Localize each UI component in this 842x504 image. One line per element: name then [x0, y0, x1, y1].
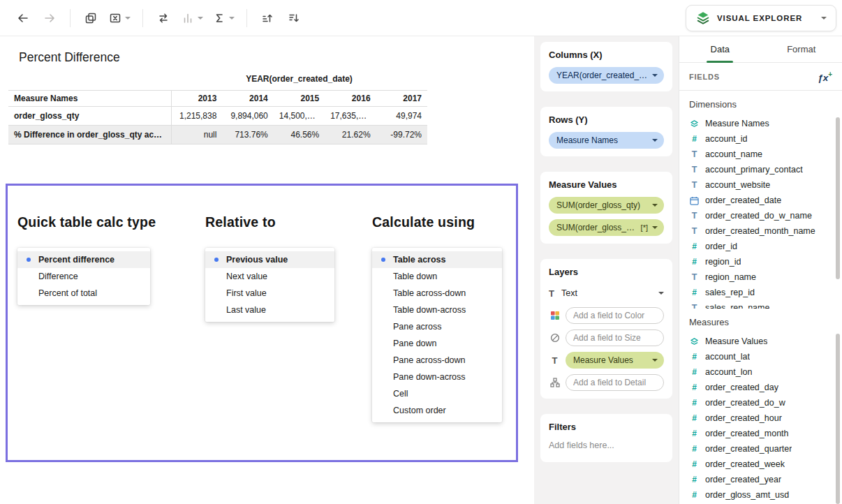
field-item[interactable]: Taccount_website: [689, 177, 832, 193]
tab-data[interactable]: Data: [679, 36, 761, 62]
filters-drop-zone[interactable]: Add fields here...: [549, 439, 664, 454]
visual-explorer-logo-icon: [695, 10, 711, 26]
field-pill[interactable]: SUM(order_gloss_qty)[*]: [549, 219, 664, 236]
field-pill[interactable]: Measure Names: [549, 132, 664, 149]
calc-option[interactable]: Custom order: [372, 402, 502, 419]
column-header-year[interactable]: 2015: [274, 91, 325, 107]
field-item[interactable]: #order_created_month: [689, 426, 832, 441]
calc-option[interactable]: Next value: [205, 268, 334, 285]
color-drop-zone[interactable]: Add a field to Color: [566, 307, 664, 324]
calc-group-title: Quick table calc type: [17, 214, 205, 230]
create-formula-icon[interactable]: ƒx+: [818, 71, 832, 83]
field-field-icon: [689, 337, 700, 346]
column-header-year[interactable]: 2013: [171, 91, 222, 107]
field-item[interactable]: #order_created_year: [689, 472, 832, 487]
column-header-year[interactable]: 2014: [222, 91, 273, 107]
calc-option[interactable]: Table across-down: [372, 285, 502, 302]
swap-axes-button[interactable]: [152, 6, 175, 30]
field-item[interactable]: #order_created_do_w: [689, 395, 832, 410]
app-badge-label: VISUAL EXPLORER: [717, 14, 802, 22]
field-item[interactable]: Torder_created_month_name: [689, 223, 832, 239]
field-item[interactable]: #sales_rep_id: [689, 285, 832, 300]
calc-group: Quick table calc typePercent differenceD…: [17, 214, 205, 422]
sort-ascending-button[interactable]: [256, 6, 279, 30]
layer-type-selector[interactable]: T Text: [549, 284, 664, 302]
field-item[interactable]: Torder_created_do_w_name: [689, 208, 832, 223]
calc-option[interactable]: Table down: [372, 268, 502, 285]
toolbar-separator: [246, 9, 247, 27]
calc-option[interactable]: Difference: [17, 268, 150, 285]
app-switcher[interactable]: VISUAL EXPLORER: [686, 5, 836, 31]
field-item[interactable]: #order_created_day: [689, 380, 832, 395]
sort-descending-icon: [288, 12, 300, 24]
calc-group-title: Calculate using: [372, 214, 516, 230]
calc-option[interactable]: Table down-across: [372, 302, 502, 318]
field-item[interactable]: Measure Values: [689, 334, 832, 349]
calc-option[interactable]: Pane down: [372, 335, 502, 352]
fields-label: FIELDS: [689, 73, 720, 81]
field-item[interactable]: Measure Names: [689, 116, 832, 131]
table-cell[interactable]: 9,894,060: [222, 107, 273, 126]
detail-drop-zone[interactable]: Add a field to Detail: [566, 374, 664, 391]
field-item[interactable]: Tsales_rep_name: [689, 300, 832, 309]
field-pill[interactable]: Measure Values: [566, 352, 664, 369]
table-cell[interactable]: 21.62%: [325, 126, 376, 144]
field-item[interactable]: #order_id: [689, 239, 832, 254]
field-item[interactable]: #account_id: [689, 131, 832, 147]
clear-visualization-button[interactable]: [105, 6, 134, 30]
field-item[interactable]: #order_gloss_amt_usd: [689, 487, 832, 503]
field-pill[interactable]: SUM(order_gloss_qty): [549, 197, 664, 214]
calc-option[interactable]: Percent difference: [17, 251, 150, 268]
field-name: order_gloss_amt_usd: [705, 490, 789, 500]
table-cell[interactable]: null: [171, 126, 222, 144]
column-header-year[interactable]: 2016: [325, 91, 376, 107]
table-cell[interactable]: 17,635,243: [325, 107, 376, 126]
field-item[interactable]: Taccount_name: [689, 147, 832, 162]
field-item[interactable]: #order_created_hour: [689, 410, 832, 426]
table-cell[interactable]: 1,215,838: [171, 107, 222, 126]
calc-option[interactable]: Percent of total: [17, 285, 150, 302]
columns-shelf-pills: YEAR(order_created_date): [549, 67, 664, 84]
table-cell[interactable]: -99.72%: [376, 126, 427, 144]
aggregate-button[interactable]: [209, 6, 238, 30]
field-item[interactable]: #order_created_quarter: [689, 441, 832, 457]
calc-listbox: Percent differenceDifferencePercent of t…: [17, 248, 150, 305]
size-drop-zone[interactable]: Add a field to Size: [566, 329, 664, 346]
table-cell[interactable]: 713.76%: [222, 126, 273, 144]
calc-option[interactable]: Pane down-across: [372, 369, 502, 385]
date-field-icon: [689, 196, 700, 205]
chart-type-button[interactable]: [178, 6, 207, 30]
calc-option[interactable]: Last value: [205, 302, 334, 318]
sort-descending-button[interactable]: [282, 6, 306, 30]
field-item[interactable]: order_created_date: [689, 193, 832, 208]
dimensions-scrollbar[interactable]: [836, 117, 840, 279]
field-pill[interactable]: YEAR(order_created_date): [549, 67, 664, 84]
calc-option[interactable]: First value: [205, 285, 334, 302]
calc-option[interactable]: Table across: [372, 251, 502, 268]
column-header-year[interactable]: 2017: [376, 91, 427, 107]
chevron-down-icon: [652, 139, 658, 142]
table-cell[interactable]: 46.56%: [274, 126, 325, 144]
tab-format[interactable]: Format: [761, 36, 842, 62]
back-button[interactable]: [11, 6, 35, 30]
row-label[interactable]: % Difference in order_gloss_qty across t…: [8, 126, 171, 144]
field-item[interactable]: #region_id: [689, 254, 832, 269]
text-icon: T: [549, 288, 561, 299]
row-label[interactable]: order_gloss_qty: [8, 107, 171, 126]
table-cell[interactable]: 49,974: [376, 107, 427, 126]
calc-option[interactable]: Previous value: [205, 251, 334, 268]
calc-option[interactable]: Cell: [372, 385, 502, 402]
field-item[interactable]: #account_lon: [689, 364, 832, 380]
field-item[interactable]: #account_lat: [689, 349, 832, 364]
column-header-measure-names[interactable]: Measure Names: [8, 91, 171, 107]
clone-visualization-button[interactable]: [79, 6, 103, 30]
layer-slot-text: TMeasure Values: [549, 352, 664, 369]
forward-button[interactable]: [38, 6, 61, 30]
field-item[interactable]: Taccount_primary_contact: [689, 162, 832, 177]
calc-option[interactable]: Pane across: [372, 318, 502, 335]
measures-scrollbar[interactable]: [836, 334, 840, 504]
field-item[interactable]: #order_created_week: [689, 457, 832, 472]
table-cell[interactable]: 14,500,262: [274, 107, 325, 126]
calc-option[interactable]: Pane across-down: [372, 352, 502, 369]
field-item[interactable]: Tregion_name: [689, 269, 832, 285]
